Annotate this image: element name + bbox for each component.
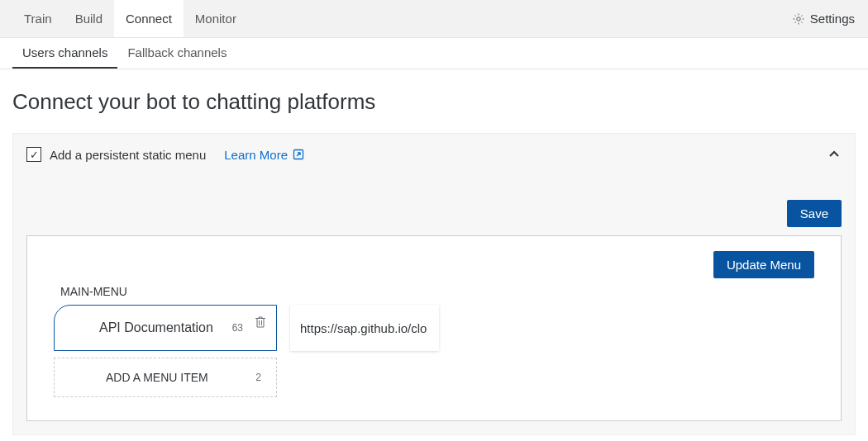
tab-train[interactable]: Train <box>12 0 64 37</box>
sub-tab-users-channels[interactable]: Users channels <box>12 38 117 69</box>
learn-more-link[interactable]: Learn More <box>224 148 304 162</box>
save-button[interactable]: Save <box>787 200 842 227</box>
persistent-menu-panel: ✓ Add a persistent static menu Learn Mor… <box>12 133 856 435</box>
persistent-menu-label: Add a persistent static menu <box>50 148 206 162</box>
menu-editor: Update Menu MAIN-MENU API Documentation … <box>26 235 842 421</box>
external-link-icon <box>293 149 304 160</box>
trash-icon[interactable] <box>255 315 266 329</box>
page-title: Connect your bot to chatting platforms <box>0 69 868 133</box>
persistent-menu-checkbox[interactable]: ✓ <box>26 147 41 162</box>
svg-point-0 <box>797 17 800 20</box>
add-menu-item-button[interactable]: ADD A MENU ITEM 2 <box>54 358 277 397</box>
settings-label: Settings <box>810 12 855 26</box>
menu-item-url-value: https://sap.github.io/clo <box>300 321 427 335</box>
sub-tabs: Users channels Fallback channels <box>0 38 868 69</box>
main-tabs: Train Build Connect Monitor <box>0 0 248 37</box>
tab-monitor[interactable]: Monitor <box>184 0 248 37</box>
add-menu-item-label: ADD A MENU ITEM <box>106 371 208 384</box>
check-icon: ✓ <box>30 149 39 160</box>
menu-section-title: MAIN-MENU <box>60 285 814 298</box>
menu-item-char-count: 63 <box>232 322 243 334</box>
chevron-up-icon[interactable] <box>827 147 842 162</box>
learn-more-label: Learn More <box>224 148 288 162</box>
add-menu-item-count: 2 <box>255 372 261 383</box>
tab-connect[interactable]: Connect <box>114 0 184 37</box>
menu-item-label: API Documentation <box>99 320 213 335</box>
menu-item-card[interactable]: API Documentation 63 <box>54 305 277 351</box>
menu-item-url-input[interactable]: https://sap.github.io/clo <box>290 305 439 351</box>
gear-icon <box>792 12 805 26</box>
tab-build[interactable]: Build <box>64 0 114 37</box>
settings-link[interactable]: Settings <box>792 0 868 37</box>
sub-tab-fallback-channels[interactable]: Fallback channels <box>117 38 236 69</box>
update-menu-button[interactable]: Update Menu <box>713 251 814 278</box>
